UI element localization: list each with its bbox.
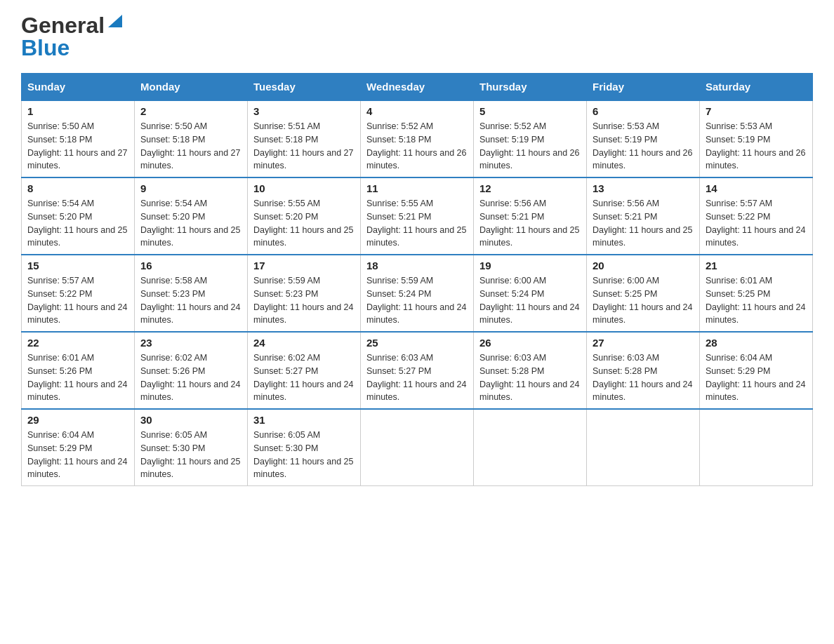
day-number: 17: [253, 260, 355, 271]
day-number: 18: [366, 260, 468, 271]
calendar-cell: 20Sunrise: 6:00 AMSunset: 5:25 PMDayligh…: [587, 255, 700, 332]
calendar-cell: 1Sunrise: 5:50 AMSunset: 5:18 PMDaylight…: [22, 100, 135, 177]
calendar-cell: 7Sunrise: 5:53 AMSunset: 5:19 PMDaylight…: [700, 100, 813, 177]
day-number: 26: [479, 337, 581, 349]
calendar-cell: 10Sunrise: 5:55 AMSunset: 5:20 PMDayligh…: [248, 177, 361, 255]
logo-general-text: General: [21, 14, 105, 36]
calendar-cell: 3Sunrise: 5:51 AMSunset: 5:18 PMDaylight…: [248, 100, 361, 177]
day-number: 9: [140, 182, 241, 194]
day-info: Sunrise: 6:03 AMSunset: 5:28 PMDaylight:…: [593, 351, 694, 404]
header-monday: Monday: [135, 74, 248, 101]
day-info: Sunrise: 6:03 AMSunset: 5:28 PMDaylight:…: [479, 351, 581, 404]
day-number: 27: [593, 337, 694, 349]
calendar-cell: 16Sunrise: 5:58 AMSunset: 5:23 PMDayligh…: [135, 255, 248, 332]
day-number: 24: [253, 337, 355, 349]
calendar-cell: [474, 409, 587, 486]
calendar-cell: [700, 409, 813, 486]
day-number: 29: [27, 414, 128, 426]
calendar-cell: 12Sunrise: 5:56 AMSunset: 5:21 PMDayligh…: [474, 177, 587, 255]
day-number: 30: [140, 414, 241, 426]
day-info: Sunrise: 6:01 AMSunset: 5:26 PMDaylight:…: [27, 351, 128, 404]
day-number: 12: [479, 182, 581, 194]
calendar-cell: 23Sunrise: 6:02 AMSunset: 5:26 PMDayligh…: [135, 332, 248, 409]
calendar-header: Sunday Monday Tuesday Wednesday Thursday…: [22, 74, 813, 101]
calendar-cell: 29Sunrise: 6:04 AMSunset: 5:29 PMDayligh…: [22, 409, 135, 486]
day-number: 25: [366, 337, 468, 349]
day-info: Sunrise: 5:50 AMSunset: 5:18 PMDaylight:…: [140, 120, 241, 173]
calendar-week-3: 15Sunrise: 5:57 AMSunset: 5:22 PMDayligh…: [22, 255, 813, 332]
day-number: 6: [593, 105, 694, 117]
calendar-week-5: 29Sunrise: 6:04 AMSunset: 5:29 PMDayligh…: [22, 409, 813, 486]
day-info: Sunrise: 5:55 AMSunset: 5:21 PMDaylight:…: [366, 197, 468, 250]
day-info: Sunrise: 5:55 AMSunset: 5:20 PMDaylight:…: [253, 197, 355, 250]
day-number: 19: [479, 260, 581, 271]
day-number: 31: [253, 414, 355, 426]
calendar-cell: 24Sunrise: 6:02 AMSunset: 5:27 PMDayligh…: [248, 332, 361, 409]
calendar-cell: 30Sunrise: 6:05 AMSunset: 5:30 PMDayligh…: [135, 409, 248, 486]
day-info: Sunrise: 6:02 AMSunset: 5:26 PMDaylight:…: [140, 351, 241, 404]
day-info: Sunrise: 5:56 AMSunset: 5:21 PMDaylight:…: [593, 197, 694, 250]
header-wednesday: Wednesday: [361, 74, 474, 101]
day-info: Sunrise: 6:03 AMSunset: 5:27 PMDaylight:…: [366, 351, 468, 404]
day-number: 2: [140, 105, 241, 117]
day-info: Sunrise: 6:05 AMSunset: 5:30 PMDaylight:…: [140, 429, 241, 481]
day-info: Sunrise: 5:50 AMSunset: 5:18 PMDaylight:…: [27, 120, 128, 173]
day-number: 21: [706, 260, 807, 271]
calendar-cell: 18Sunrise: 5:59 AMSunset: 5:24 PMDayligh…: [361, 255, 474, 332]
day-info: Sunrise: 6:02 AMSunset: 5:27 PMDaylight:…: [253, 351, 355, 404]
calendar-cell: 5Sunrise: 5:52 AMSunset: 5:19 PMDaylight…: [474, 100, 587, 177]
day-info: Sunrise: 5:51 AMSunset: 5:18 PMDaylight:…: [253, 120, 355, 173]
calendar-cell: 19Sunrise: 6:00 AMSunset: 5:24 PMDayligh…: [474, 255, 587, 332]
day-info: Sunrise: 5:59 AMSunset: 5:24 PMDaylight:…: [366, 274, 468, 327]
calendar-cell: [361, 409, 474, 486]
day-number: 13: [593, 182, 694, 194]
header-thursday: Thursday: [474, 74, 587, 101]
calendar-body: 1Sunrise: 5:50 AMSunset: 5:18 PMDaylight…: [22, 100, 813, 486]
day-number: 16: [140, 260, 241, 271]
day-info: Sunrise: 5:52 AMSunset: 5:19 PMDaylight:…: [479, 120, 581, 173]
calendar-cell: 11Sunrise: 5:55 AMSunset: 5:21 PMDayligh…: [361, 177, 474, 255]
calendar-week-1: 1Sunrise: 5:50 AMSunset: 5:18 PMDaylight…: [22, 100, 813, 177]
logo-triangle-icon: [107, 13, 122, 31]
calendar-week-4: 22Sunrise: 6:01 AMSunset: 5:26 PMDayligh…: [22, 332, 813, 409]
day-info: Sunrise: 5:56 AMSunset: 5:21 PMDaylight:…: [479, 197, 581, 250]
calendar-cell: 17Sunrise: 5:59 AMSunset: 5:23 PMDayligh…: [248, 255, 361, 332]
svg-marker-0: [108, 15, 122, 27]
day-info: Sunrise: 6:01 AMSunset: 5:25 PMDaylight:…: [706, 274, 807, 327]
day-info: Sunrise: 5:53 AMSunset: 5:19 PMDaylight:…: [706, 120, 807, 173]
day-info: Sunrise: 6:04 AMSunset: 5:29 PMDaylight:…: [27, 429, 128, 481]
day-number: 14: [706, 182, 807, 194]
calendar-cell: 21Sunrise: 6:01 AMSunset: 5:25 PMDayligh…: [700, 255, 813, 332]
calendar-cell: 15Sunrise: 5:57 AMSunset: 5:22 PMDayligh…: [22, 255, 135, 332]
day-number: 28: [706, 337, 807, 349]
calendar-cell: 4Sunrise: 5:52 AMSunset: 5:18 PMDaylight…: [361, 100, 474, 177]
day-info: Sunrise: 5:54 AMSunset: 5:20 PMDaylight:…: [27, 197, 128, 250]
day-info: Sunrise: 5:58 AMSunset: 5:23 PMDaylight:…: [140, 274, 241, 327]
day-number: 8: [27, 182, 128, 194]
day-number: 5: [479, 105, 581, 117]
day-number: 1: [27, 105, 128, 117]
day-number: 23: [140, 337, 241, 349]
day-number: 7: [706, 105, 807, 117]
day-info: Sunrise: 6:00 AMSunset: 5:24 PMDaylight:…: [479, 274, 581, 327]
logo: General Blue: [21, 14, 122, 59]
header-sunday: Sunday: [22, 74, 135, 101]
day-number: 3: [253, 105, 355, 117]
calendar-cell: 22Sunrise: 6:01 AMSunset: 5:26 PMDayligh…: [22, 332, 135, 409]
day-number: 22: [27, 337, 128, 349]
calendar-cell: 25Sunrise: 6:03 AMSunset: 5:27 PMDayligh…: [361, 332, 474, 409]
day-info: Sunrise: 5:52 AMSunset: 5:18 PMDaylight:…: [366, 120, 468, 173]
day-number: 15: [27, 260, 128, 271]
page-header: General Blue: [21, 14, 813, 59]
calendar-cell: 13Sunrise: 5:56 AMSunset: 5:21 PMDayligh…: [587, 177, 700, 255]
day-info: Sunrise: 6:04 AMSunset: 5:29 PMDaylight:…: [706, 351, 807, 404]
day-number: 11: [366, 182, 468, 194]
day-info: Sunrise: 6:00 AMSunset: 5:25 PMDaylight:…: [593, 274, 694, 327]
calendar-cell: 8Sunrise: 5:54 AMSunset: 5:20 PMDaylight…: [22, 177, 135, 255]
calendar-cell: 14Sunrise: 5:57 AMSunset: 5:22 PMDayligh…: [700, 177, 813, 255]
header-saturday: Saturday: [700, 74, 813, 101]
day-number: 10: [253, 182, 355, 194]
calendar-cell: 6Sunrise: 5:53 AMSunset: 5:19 PMDaylight…: [587, 100, 700, 177]
header-tuesday: Tuesday: [248, 74, 361, 101]
header-friday: Friday: [587, 74, 700, 101]
